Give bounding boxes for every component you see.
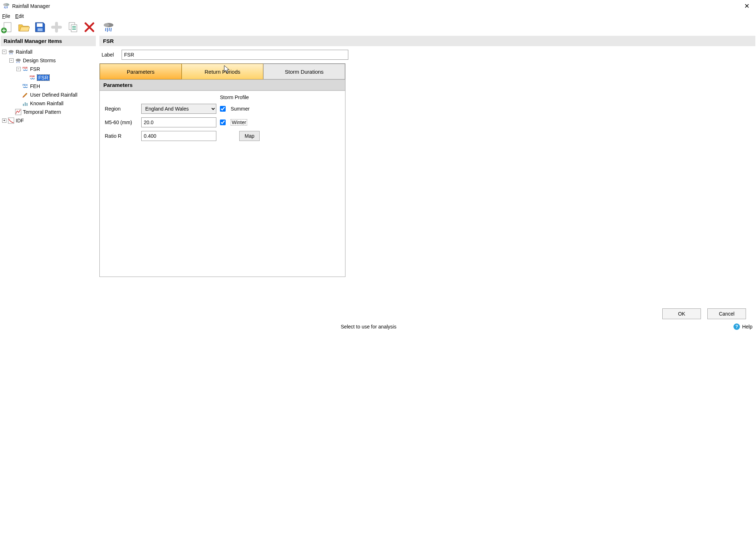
cloud-icon: [15, 57, 21, 64]
copy-icon[interactable]: [67, 21, 79, 34]
parameters-form: Storm Profile Region England And Wales S…: [100, 91, 345, 277]
tree-label: User Defined Rainfall: [30, 92, 77, 98]
winter-checkbox[interactable]: [220, 120, 226, 125]
tree-user-defined[interactable]: User Defined Rainfall: [2, 91, 94, 99]
collapse-icon[interactable]: −: [16, 67, 21, 71]
sidebar: Rainfall Manager Items − Rainfall − Desi…: [1, 36, 96, 306]
open-icon[interactable]: [17, 21, 30, 34]
save-icon[interactable]: [34, 21, 46, 34]
label-input[interactable]: [122, 50, 348, 60]
tree-fsr[interactable]: − FSR FSR: [2, 65, 94, 73]
tabs: Parameters Return Periods Storm Duration…: [100, 64, 345, 79]
svg-line-17: [107, 28, 108, 32]
svg-line-3: [6, 6, 6, 9]
tree-label: FEH: [30, 83, 40, 89]
summer-checkbox[interactable]: [220, 106, 226, 112]
ratio-input[interactable]: [141, 131, 216, 141]
svg-line-19: [111, 28, 111, 31]
m560-label: M5-60 (mm): [105, 120, 139, 125]
help-label: Help: [742, 324, 752, 330]
svg-line-26: [18, 62, 18, 63]
svg-rect-33: [26, 103, 28, 106]
svg-point-24: [16, 59, 21, 62]
rain-icon[interactable]: [102, 21, 115, 34]
tree-label: FSR: [37, 75, 49, 81]
svg-line-4: [7, 6, 8, 8]
svg-text:FSR: FSR: [30, 75, 35, 78]
svg-line-23: [12, 53, 13, 54]
svg-line-27: [19, 62, 20, 63]
svg-line-21: [9, 53, 10, 54]
status-text: Select to use for analysis: [341, 324, 397, 330]
map-button[interactable]: Map: [239, 131, 260, 141]
m560-input[interactable]: [141, 117, 216, 127]
tree-known-rainfall[interactable]: Known Rainfall: [2, 99, 94, 108]
svg-line-18: [109, 28, 109, 31]
tree-rainfall[interactable]: − Rainfall: [2, 48, 94, 56]
window: Rainfall Manager ✕ File Edit: [0, 0, 756, 333]
window-title: Rainfall Manager: [12, 3, 50, 9]
region-select[interactable]: England And Wales: [141, 104, 216, 114]
pencil-icon: [22, 92, 29, 98]
tree-label: Temporal Pattern: [23, 109, 61, 115]
bars-icon: [22, 100, 29, 107]
app-icon: [3, 2, 10, 10]
tree-label: IDF: [16, 118, 24, 123]
add-icon[interactable]: [50, 21, 63, 34]
svg-text:FSR: FSR: [23, 67, 28, 69]
collapse-icon[interactable]: −: [9, 58, 14, 63]
sidebar-header: Rainfall Manager Items: [1, 36, 96, 46]
help-icon: ?: [733, 323, 740, 330]
close-icon[interactable]: ✕: [741, 1, 753, 11]
tree-label: FSR: [30, 66, 40, 72]
svg-line-22: [11, 53, 11, 54]
tabs-container: Parameters Return Periods Storm Duration…: [99, 63, 345, 277]
tree-idf[interactable]: + IDF: [2, 116, 94, 125]
tab-storm-durations[interactable]: Storm Durations: [263, 64, 345, 79]
label-row: Label: [99, 46, 755, 63]
titlebar: Rainfall Manager ✕: [0, 0, 756, 12]
fsr-icon: FSR: [29, 74, 36, 81]
svg-rect-8: [38, 28, 43, 31]
tree-design-storms[interactable]: − Design Storms: [2, 56, 94, 65]
label-caption: Label: [102, 52, 122, 58]
svg-text:FEH: FEH: [23, 84, 28, 86]
menu-edit[interactable]: Edit: [15, 13, 24, 19]
winter-label: Winter: [231, 119, 247, 126]
svg-rect-32: [25, 102, 26, 106]
footer-buttons: OK Cancel: [0, 306, 756, 322]
tree-label: Design Storms: [23, 58, 56, 63]
svg-point-20: [9, 50, 14, 53]
chart-icon: [8, 117, 14, 124]
tree-feh[interactable]: FEH FEH: [2, 82, 94, 91]
collapse-icon[interactable]: −: [2, 50, 6, 54]
delete-icon[interactable]: [83, 21, 96, 34]
spacer: [9, 110, 14, 114]
menu-file[interactable]: File: [2, 13, 10, 19]
tab-parameters[interactable]: Parameters: [100, 64, 182, 79]
expand-icon[interactable]: +: [2, 118, 6, 123]
cancel-button[interactable]: Cancel: [707, 308, 746, 319]
svg-line-2: [4, 6, 5, 8]
menubar: File Edit: [0, 12, 756, 20]
ratio-label: Ratio R: [105, 133, 139, 139]
chart-icon: [15, 109, 21, 115]
tab-return-periods[interactable]: Return Periods: [182, 64, 264, 79]
svg-point-1: [3, 3, 7, 6]
help-link[interactable]: ? Help: [733, 323, 752, 330]
statusbar: Select to use for analysis ? Help: [0, 322, 756, 333]
feh-icon: FEH: [22, 83, 29, 89]
svg-rect-31: [23, 104, 24, 106]
new-icon[interactable]: [1, 21, 14, 34]
svg-line-16: [105, 28, 106, 31]
fsr-icon: FSR: [22, 66, 29, 72]
tree-fsr-selected[interactable]: FSR FSR: [2, 73, 94, 82]
tree-label: Rainfall: [16, 49, 33, 55]
tree: − Rainfall − Design Storms −: [1, 46, 96, 126]
region-label: Region: [105, 106, 139, 112]
summer-label: Summer: [231, 106, 340, 112]
body: Rainfall Manager Items − Rainfall − Desi…: [0, 36, 756, 306]
ok-button[interactable]: OK: [662, 308, 701, 319]
cloud-icon: [8, 49, 14, 55]
tree-temporal-pattern[interactable]: Temporal Pattern: [2, 108, 94, 116]
